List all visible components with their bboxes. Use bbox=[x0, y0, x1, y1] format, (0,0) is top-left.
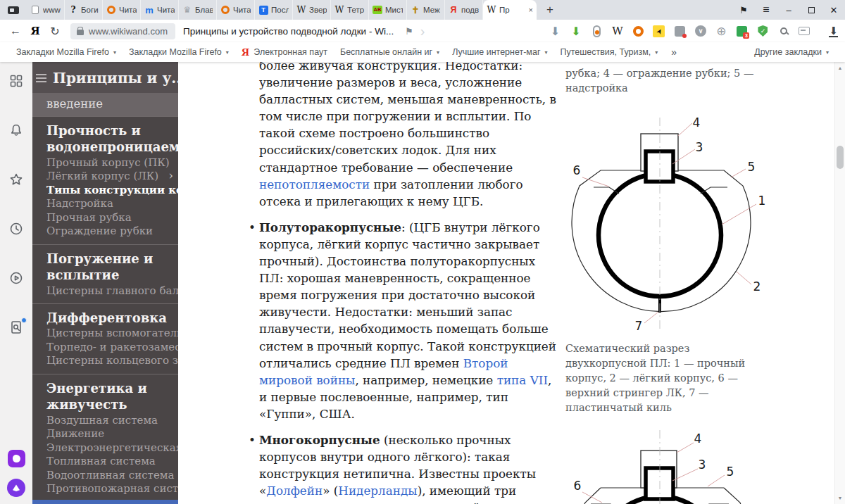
sidebar-section-header[interactable]: Прочность и водонепроницаемость bbox=[32, 122, 178, 156]
sidebar-item[interactable]: Прочный корпус (ПК) bbox=[32, 156, 178, 170]
browser-tab[interactable]: W Тетр bbox=[331, 0, 369, 20]
sidebar-item-introduction[interactable]: введение bbox=[32, 93, 178, 116]
bookmark-folder[interactable]: Закладки Mozilla Firefo ▾ bbox=[10, 47, 123, 57]
paragraph: более живучая конструкция. Недостатки: у… bbox=[259, 62, 558, 210]
article-link[interactable]: типа VII bbox=[497, 373, 548, 387]
yandex-collections-icon[interactable] bbox=[8, 450, 25, 467]
orange-ring-extension-icon[interactable] bbox=[632, 25, 645, 38]
reload-button[interactable]: ↻ bbox=[45, 25, 65, 38]
toggle-pill-extension-icon[interactable] bbox=[590, 25, 603, 38]
bookmark-folder[interactable]: Закладки Mozilla Firefo ▾ bbox=[123, 47, 235, 57]
tab-panel-toggle-button[interactable] bbox=[0, 0, 27, 20]
browser-tab[interactable]: Чита bbox=[217, 0, 255, 20]
evernote-extension-icon[interactable] bbox=[673, 25, 687, 38]
sidebar-item[interactable]: Топливная система bbox=[32, 455, 178, 469]
yandex-home-button[interactable]: Я bbox=[25, 25, 45, 37]
calendar-extension-icon[interactable] bbox=[735, 25, 749, 38]
tab-title: Меж bbox=[423, 6, 441, 14]
sidebar-section-header[interactable]: Энергетика и живучесть bbox=[32, 379, 178, 414]
card-extension-icon[interactable] bbox=[798, 25, 811, 38]
menu-icon[interactable]: ≡ bbox=[755, 0, 777, 20]
bookmark-folder[interactable]: Бесплатные онлайн иг ▾ bbox=[334, 47, 446, 57]
maximize-button[interactable] bbox=[800, 0, 822, 20]
browser-tab[interactable]: АВ Мист bbox=[369, 0, 407, 20]
sidebar-item[interactable]: Прочная рубка bbox=[32, 211, 178, 225]
browser-tab[interactable]: www bbox=[27, 0, 65, 20]
sidebar-title-row[interactable]: Принципы и у... bbox=[32, 62, 178, 93]
close-button[interactable]: ✕ bbox=[822, 0, 845, 20]
tab-close-icon[interactable]: × bbox=[527, 6, 533, 14]
submarine-cross-section-figure[interactable]: 4 3 5 6 1 2 7 bbox=[565, 108, 834, 339]
ab-green-favicon: АВ bbox=[373, 5, 382, 15]
sidebar-item[interactable]: Цистерны главного балл... bbox=[32, 284, 178, 298]
sidebar-item[interactable]: Надстройка bbox=[32, 197, 178, 211]
shield-extension-icon[interactable]: ✓ bbox=[756, 25, 770, 38]
sidebar-item[interactable]: Электроэнергетическая ... bbox=[32, 441, 178, 455]
article-link[interactable]: Нидерланды bbox=[338, 484, 417, 498]
browser-tab[interactable]: Я подв bbox=[445, 0, 483, 20]
wikipedia-extension-icon[interactable]: W bbox=[611, 25, 624, 38]
sidebar-item[interactable]: Цистерны вспомогатель... bbox=[32, 327, 178, 341]
browser-tab-active[interactable]: W Пр × bbox=[483, 0, 537, 20]
search-page-extension-icon[interactable] bbox=[777, 25, 790, 38]
sidebar-item[interactable]: Водоотливная система bbox=[32, 469, 178, 483]
chevron-right-icon[interactable]: › bbox=[169, 170, 173, 184]
cursor-extension-icon[interactable]: ➤ bbox=[652, 25, 665, 38]
new-tab-button[interactable]: + bbox=[537, 0, 563, 20]
favorites-star-icon[interactable] bbox=[8, 172, 24, 187]
sidebar-item[interactable]: Воздушная система bbox=[32, 414, 178, 428]
media-play-icon[interactable] bbox=[8, 270, 24, 286]
maximize-icon bbox=[808, 7, 815, 13]
bookmark-item[interactable]: Я Электронная паут bbox=[235, 47, 334, 58]
sidebar-item[interactable]: Движение bbox=[32, 427, 178, 441]
pocket-extension-icon[interactable]: ∨ bbox=[694, 25, 707, 38]
browser-tab[interactable]: W Звер bbox=[293, 0, 331, 20]
url-field[interactable]: www.wikiwand.com bbox=[70, 23, 175, 39]
caret-down-icon: ▾ bbox=[437, 49, 439, 56]
browser-tab[interactable]: Чита bbox=[103, 0, 141, 20]
minimize-button[interactable]: – bbox=[777, 0, 800, 20]
browser-tab[interactable]: ♛ Блав bbox=[179, 0, 217, 20]
article-link[interactable]: Долфейн bbox=[266, 484, 323, 498]
sidebar-item[interactable]: Типы конструкции корпу... bbox=[32, 184, 178, 198]
scroll-down-icon[interactable]: ▼ bbox=[835, 496, 845, 500]
save-arrow-extension-icon[interactable]: ⬇ bbox=[549, 25, 562, 38]
notifications-bell-icon[interactable] bbox=[8, 122, 24, 138]
sidebar-item[interactable]: Цистерны кольцевого за... bbox=[32, 354, 178, 368]
scrollbar-thumb[interactable] bbox=[837, 146, 844, 169]
browser-tab[interactable]: ? Боги bbox=[65, 0, 103, 20]
globe-extension-icon[interactable]: ⊕ bbox=[715, 25, 728, 38]
bookmark-flag-icon[interactable]: ⚑ bbox=[405, 26, 413, 37]
bookmarks-panel-icon[interactable]: ⚑ bbox=[732, 0, 755, 20]
sidebar-item[interactable]: Торпедо- и ракетозамес... bbox=[32, 341, 178, 355]
wikipedia-favicon: W bbox=[487, 5, 496, 15]
other-bookmarks-button[interactable]: Другие закладки ▾ bbox=[748, 47, 835, 57]
search-in-page-icon[interactable] bbox=[8, 320, 24, 335]
history-clock-icon[interactable] bbox=[8, 221, 24, 237]
article-link[interactable]: непотопляемости bbox=[259, 177, 370, 191]
browser-tab[interactable]: T Посл bbox=[255, 0, 293, 20]
bookmark-label: Закладки Mozilla Firefo bbox=[129, 47, 222, 57]
yandex-favicon: Я bbox=[449, 5, 458, 15]
page-scrollbar[interactable]: ▲ ▼ bbox=[834, 62, 845, 504]
downloads-icon[interactable]: ⬇ bbox=[829, 25, 838, 37]
sidebar-section-header[interactable]: Погружение и всплытие bbox=[32, 250, 178, 284]
scroll-up-icon[interactable]: ▲ bbox=[835, 65, 845, 70]
bookmarks-overflow-button[interactable]: » bbox=[664, 46, 684, 58]
bookmark-folder[interactable]: Путешествия, Туризм, ▾ bbox=[554, 47, 665, 57]
apps-grid-icon[interactable] bbox=[8, 73, 24, 89]
sidebar-item[interactable]: Ограждение рубки bbox=[32, 225, 178, 239]
sidebar-section-header[interactable]: Дифферентовка bbox=[32, 309, 178, 327]
sidebar-item[interactable]: Противопожарная систе... bbox=[32, 482, 178, 496]
sidebar-item[interactable]: Лёгкий корпус (ЛК)› bbox=[32, 170, 178, 184]
callout-5: 5 bbox=[727, 465, 734, 479]
hamburger-icon[interactable] bbox=[36, 72, 46, 84]
bookmark-folder[interactable]: Лучшие интернет-маг ▾ bbox=[446, 47, 553, 57]
back-button[interactable]: ← bbox=[6, 25, 25, 37]
savefrom-extension-icon[interactable]: ⬇ bbox=[569, 25, 582, 38]
browser-tab[interactable]: ✝ Меж bbox=[407, 0, 445, 20]
yandex-alice-icon[interactable] bbox=[7, 479, 25, 497]
article-body: более живучая конструкция. Недостатки: у… bbox=[259, 62, 558, 504]
submarine-cross-section-figure-2[interactable]: 4 3 5 6 1 bbox=[565, 430, 834, 504]
browser-tab[interactable]: m Чита bbox=[141, 0, 179, 20]
